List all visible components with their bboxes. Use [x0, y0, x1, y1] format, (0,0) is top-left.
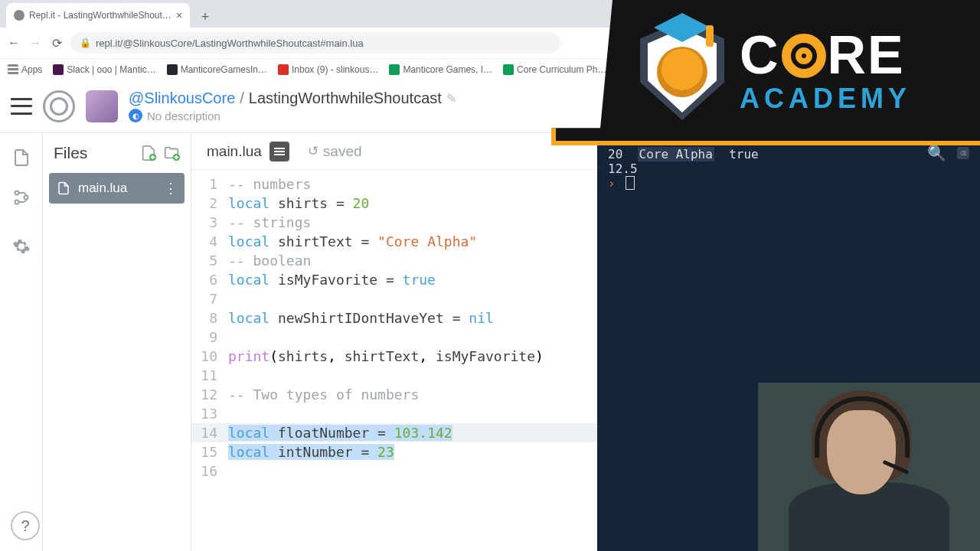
avatar[interactable] [86, 90, 118, 122]
console-output-line: 20 Core Alpha true [608, 147, 969, 161]
replit-logo-icon[interactable] [43, 90, 75, 122]
clear-icon[interactable]: ⌫ [957, 147, 969, 159]
bookmark-item[interactable]: Inbox (9) - slinkous… [278, 64, 378, 75]
close-icon[interactable]: × [176, 9, 182, 21]
lock-icon: 🔒 [80, 37, 91, 48]
apps-icon [8, 64, 18, 75]
reload-button[interactable]: ⟳ [49, 35, 64, 51]
url-text: repl.it/@SlinkousCore/LastingWorthwhileS… [96, 37, 364, 49]
back-button[interactable]: ← [6, 35, 21, 51]
bookmark-item[interactable]: ManticoreGamesIn… [167, 64, 267, 75]
bookmark-label: Core Curriculum Ph… [517, 64, 606, 75]
cursor-icon [626, 176, 635, 190]
prompt-icon: › [608, 176, 622, 191]
bookmark-label: Inbox (9) - slinkous… [292, 64, 378, 75]
console-tools: 🔍 ⌫ [927, 144, 969, 162]
files-icon[interactable] [12, 148, 31, 167]
forward-button[interactable]: → [28, 35, 43, 51]
project-title-block: @SlinkousCore/LastingWorthwhileShoutcast… [129, 90, 456, 122]
apps-button[interactable]: Apps [8, 64, 42, 75]
search-icon[interactable]: 🔍 [927, 144, 946, 162]
line-number: 10 [191, 347, 228, 366]
files-header: Files [43, 139, 191, 173]
brand-core: CRE [740, 28, 911, 82]
line-number: 4 [191, 232, 228, 251]
svg-point-1 [15, 201, 18, 204]
line-number: 6 [191, 270, 228, 289]
help-button[interactable]: ? [11, 511, 40, 540]
files-title: Files [54, 144, 87, 162]
line-number: 1 [191, 174, 228, 194]
history-icon: ↺ [308, 143, 318, 159]
username-link[interactable]: @SlinkousCore [129, 90, 235, 107]
console-text: true [714, 147, 759, 161]
bookmark-label: Apps [21, 64, 42, 75]
tab-title: Repl.it - LastingWorthwhileShout… [29, 10, 172, 21]
bookmark-icon [389, 64, 400, 75]
svg-point-2 [24, 196, 28, 200]
file-icon [57, 181, 70, 195]
file-name: main.lua [78, 181, 127, 196]
project-name[interactable]: LastingWorthwhileShoutcast [249, 90, 442, 107]
bookmark-item[interactable]: Slack | ooo | Mantic… [53, 64, 155, 75]
editor-tab-label: main.lua [207, 143, 262, 160]
bookmark-label: Manticore Games, I… [403, 64, 492, 75]
overlay-text: CRE ACADEMY [740, 28, 911, 112]
bookmark-label: Slack | ooo | Mantic… [67, 64, 155, 75]
line-number: 11 [191, 366, 228, 385]
line-number: 16 [191, 461, 228, 481]
svg-point-0 [15, 191, 18, 195]
webcam-overlay [758, 383, 980, 551]
console-text: 20 [608, 147, 638, 161]
version-control-icon[interactable] [12, 188, 31, 207]
console-highlight: Core Alpha [638, 147, 714, 161]
favicon-icon [14, 10, 24, 21]
bookmark-item[interactable]: Core Curriculum Ph… [503, 64, 606, 75]
address-bar[interactable]: 🔒 repl.it/@SlinkousCore/LastingWorthwhil… [70, 32, 560, 54]
bookmark-icon [503, 64, 514, 75]
files-panel: Files main.lua ⋮ [43, 133, 191, 551]
file-item-main[interactable]: main.lua ⋮ [49, 173, 185, 204]
edit-icon[interactable]: ✎ [446, 91, 456, 106]
bookmark-icon [167, 64, 178, 75]
core-academy-overlay: CRE ACADEMY [551, 0, 980, 145]
shield-icon [640, 21, 724, 120]
editor-tab-main[interactable]: main.lua [207, 142, 289, 161]
saved-label: saved [323, 143, 362, 160]
brand-academy: ACADEMY [740, 85, 911, 112]
line-number: 12 [191, 385, 228, 404]
saved-indicator: ↺ saved [308, 143, 362, 160]
description-text: No description [147, 109, 220, 122]
new-file-button[interactable] [140, 145, 157, 161]
line-number: 5 [191, 251, 228, 270]
browser-tab[interactable]: Repl.it - LastingWorthwhileShout… × [6, 3, 190, 28]
line-number: 2 [191, 194, 228, 213]
console-output-line: 12.5 [608, 161, 969, 176]
line-number: 3 [191, 213, 228, 232]
bookmark-icon [53, 64, 64, 75]
console-prompt[interactable]: › [608, 176, 969, 191]
new-folder-button[interactable] [163, 145, 180, 161]
files-actions [140, 145, 180, 161]
settings-icon[interactable] [12, 237, 31, 256]
side-rail [0, 133, 43, 551]
project-title: @SlinkousCore/LastingWorthwhileShoutcast… [129, 90, 456, 107]
description-row[interactable]: ◐ No description [129, 109, 456, 122]
line-number: 13 [191, 404, 228, 423]
line-number: 8 [191, 308, 228, 328]
tab-menu-icon[interactable] [270, 142, 289, 161]
file-more-icon[interactable]: ⋮ [164, 180, 177, 197]
new-tab-button[interactable]: + [194, 6, 216, 28]
line-number: 9 [191, 328, 228, 347]
title-slash: / [240, 90, 244, 107]
menu-button[interactable] [11, 98, 32, 115]
line-number: 14 [191, 423, 228, 442]
bookmark-icon [278, 64, 289, 75]
line-number: 7 [191, 289, 228, 308]
language-icon: ◐ [129, 109, 142, 122]
line-number: 15 [191, 442, 228, 461]
o-ring-icon [782, 34, 826, 78]
bookmark-label: ManticoreGamesIn… [181, 64, 267, 75]
bookmark-item[interactable]: Manticore Games, I… [389, 64, 492, 75]
